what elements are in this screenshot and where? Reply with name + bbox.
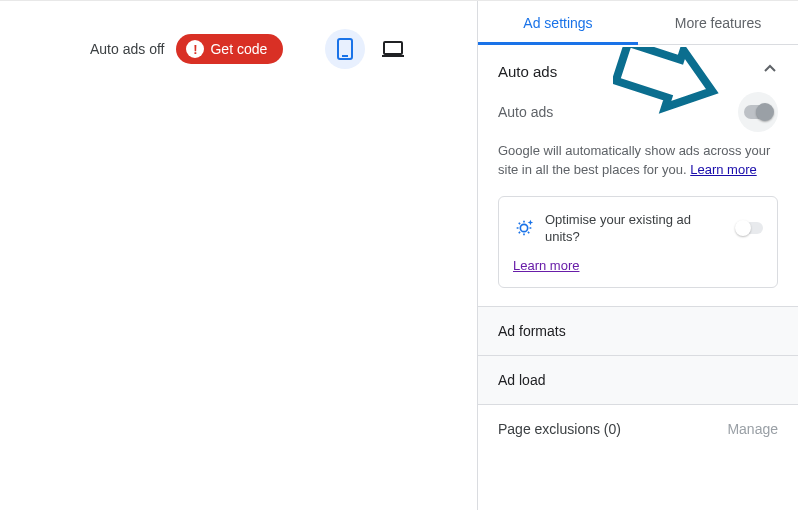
page-exclusions-label: Page exclusions (0) (498, 421, 621, 437)
mobile-icon (337, 38, 353, 60)
gear-sparkle-icon (513, 217, 535, 239)
page-exclusions-row: Page exclusions (0) Manage (478, 404, 798, 453)
optimise-question: Optimise your existing ad units? (545, 211, 727, 246)
tab-more-features[interactable]: More features (638, 1, 798, 44)
tab-more-features-label: More features (675, 15, 761, 31)
toggle-switch-icon (744, 105, 772, 119)
alert-icon: ! (186, 40, 204, 58)
ad-formats-row[interactable]: Ad formats (478, 306, 798, 355)
chevron-up-icon (762, 61, 778, 82)
get-code-label: Get code (210, 41, 267, 57)
auto-ads-sub-label: Auto ads (498, 104, 553, 120)
auto-ads-section: Auto ads Google will automatically show … (478, 92, 798, 306)
optimise-toggle[interactable] (737, 222, 763, 234)
get-code-button[interactable]: ! Get code (176, 34, 283, 64)
auto-ads-description: Google will automatically show ads acros… (498, 142, 778, 180)
mobile-preview-button[interactable] (325, 29, 365, 69)
preview-pane: Auto ads off ! Get code (0, 1, 478, 510)
optimise-learn-more-link[interactable]: Learn more (513, 258, 579, 273)
settings-tabs: Ad settings More features (478, 1, 798, 45)
ad-load-row[interactable]: Ad load (478, 355, 798, 404)
manage-link[interactable]: Manage (727, 421, 778, 437)
device-toggle-group (325, 29, 413, 69)
preview-toolbar: Auto ads off ! Get code (0, 29, 477, 69)
ad-load-label: Ad load (498, 372, 545, 388)
ad-formats-label: Ad formats (498, 323, 566, 339)
auto-ads-learn-more-link[interactable]: Learn more (690, 162, 756, 177)
auto-ads-toggle[interactable] (738, 92, 778, 132)
tab-ad-settings[interactable]: Ad settings (478, 1, 638, 44)
auto-ads-accordion-header[interactable]: Auto ads (478, 45, 798, 92)
optimise-card: Optimise your existing ad units? Learn m… (498, 196, 778, 288)
desktop-preview-button[interactable] (373, 29, 413, 69)
svg-rect-2 (384, 42, 402, 54)
auto-ads-status: Auto ads off (90, 41, 164, 57)
settings-panel: Ad settings More features Auto ads Auto … (478, 1, 798, 510)
desktop-icon (382, 40, 404, 58)
auto-ads-header-label: Auto ads (498, 63, 557, 80)
tab-ad-settings-label: Ad settings (523, 15, 592, 31)
